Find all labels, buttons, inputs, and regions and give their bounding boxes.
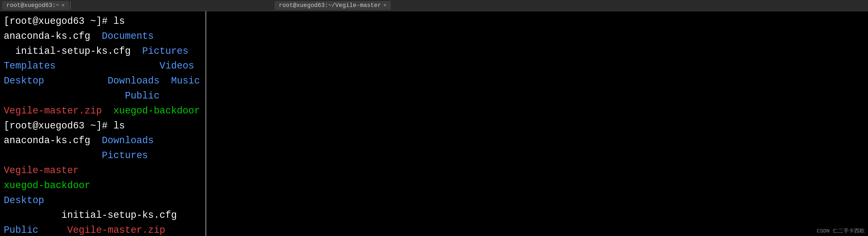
terminal-pane-left[interactable]: [root@xuegod63 ~]# ls anaconda-ks.cfg Do… [0,0,206,236]
line-2: anaconda-ks.cfg Documents initial-setup-… [4,29,202,74]
line-1: [root@xuegod63 ~]# ls [4,14,202,29]
terminal-container: root@xuegod63:~ × root@xuegod63:~/Vegile… [0,0,868,236]
prompt-1: [root@xuegod63 ~]# ls [4,14,125,29]
tab-divider [70,2,70,10]
line-6: Desktop initial-setup-ks.cfg Public Vegi… [4,193,202,236]
tab-left-close[interactable]: × [61,2,65,8]
tab-left[interactable]: root@xuegod63:~ × [2,1,69,10]
line-5: anaconda-ks.cfg Downloads Pictures Vegil… [4,133,202,193]
right-terminal-content [207,11,868,236]
tab-right-label: root@xuegod63:~/Vegile-master [279,2,381,9]
tab-left-label: root@xuegod63:~ [6,2,59,9]
line-3: Desktop Downloads Music Public Vegile-ma… [4,74,202,118]
tab-right[interactable]: root@xuegod63:~/Vegile-master × [275,1,391,10]
left-terminal-content: [root@xuegod63 ~]# ls anaconda-ks.cfg Do… [0,11,205,236]
line-4: [root@xuegod63 ~]# ls [4,119,202,133]
corner-text: CSDN 仁二手卡西欧 [817,227,865,234]
tab-right-close[interactable]: × [383,2,386,8]
terminal-pane-right[interactable]: CSDN 仁二手卡西欧 [207,0,868,236]
